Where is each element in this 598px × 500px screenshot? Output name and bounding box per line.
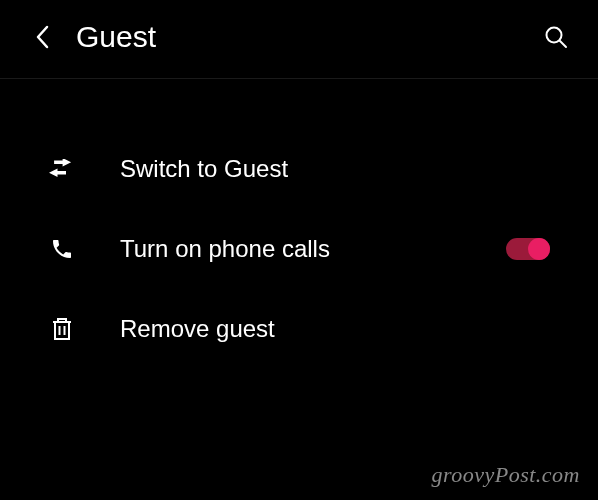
trash-icon xyxy=(48,315,76,343)
toggle-thumb xyxy=(528,238,550,260)
watermark: groovyPost.com xyxy=(431,462,580,488)
switch-icon xyxy=(48,155,76,183)
svg-line-1 xyxy=(560,41,566,47)
svg-point-0 xyxy=(547,28,562,43)
switch-to-guest-item[interactable]: Switch to Guest xyxy=(0,129,598,209)
switch-label: Switch to Guest xyxy=(120,155,550,183)
phone-calls-toggle[interactable] xyxy=(506,238,550,260)
remove-label: Remove guest xyxy=(120,315,550,343)
remove-guest-item[interactable]: Remove guest xyxy=(0,289,598,369)
settings-list: Switch to Guest Turn on phone calls Remo… xyxy=(0,79,598,369)
back-icon[interactable] xyxy=(28,23,56,51)
header: Guest xyxy=(0,0,598,79)
phone-icon xyxy=(48,235,76,263)
page-title: Guest xyxy=(76,20,542,54)
search-icon[interactable] xyxy=(542,23,570,51)
phone-label: Turn on phone calls xyxy=(120,235,506,263)
turn-on-phone-calls-item[interactable]: Turn on phone calls xyxy=(0,209,598,289)
